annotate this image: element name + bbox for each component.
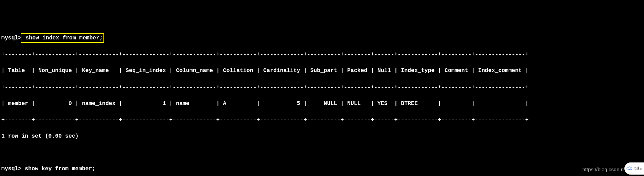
cmd-line-1[interactable]: mysql> show index from member; [1, 34, 644, 42]
table-header: | Table | Non_unique | Key_name | Seq_in… [1, 67, 644, 75]
table-border: +--------+------------+------------+----… [1, 116, 644, 124]
result-summary: 1 row in set (0.00 sec) [1, 132, 644, 140]
table-row: | member | 0 | name_index | 1 | name | A… [1, 100, 644, 108]
badge-text: 亿速云 [633, 166, 643, 171]
source-badge: 亿速云 [624, 162, 644, 175]
blank-line [1, 148, 644, 157]
highlighted-command-1: show index from member; [21, 33, 104, 43]
cmd-line-2[interactable]: mysql> show key from member; [1, 165, 644, 173]
prompt: mysql> [1, 34, 21, 42]
table-border: +--------+------------+------------+----… [1, 83, 644, 91]
watermark-text: https://blog.csdn.n [582, 166, 624, 173]
prompt: mysql> [1, 165, 21, 173]
command-text: show key from member; [21, 165, 95, 173]
table-border: +--------+------------+------------+----… [1, 50, 644, 58]
cloud-icon [626, 166, 633, 171]
